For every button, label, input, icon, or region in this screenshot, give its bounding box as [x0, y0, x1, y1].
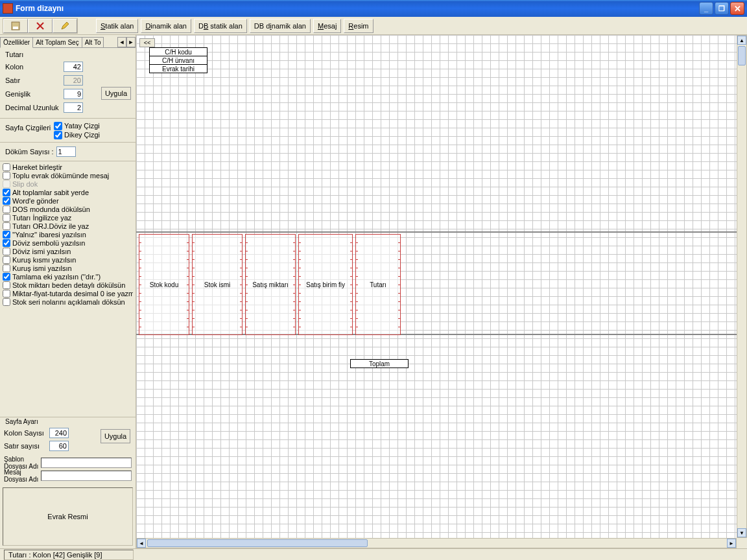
option-13[interactable]: Tamlama eki yazılsın (''dır.'')	[3, 272, 133, 281]
delete-button[interactable]	[28, 19, 53, 33]
option-15[interactable]: Miktar-fiyat-tutarda desimal 0 ise yazm	[3, 289, 133, 298]
col-count-input[interactable]	[49, 428, 69, 438]
vscroll-thumb[interactable]	[738, 46, 746, 65]
scroll-down-icon[interactable]: ▼	[737, 528, 746, 537]
scroll-corner	[737, 538, 747, 548]
detail-column[interactable]: Satış miktarı	[245, 234, 296, 335]
dump-count-section: Döküm Sayısı :	[0, 142, 136, 161]
collapse-button[interactable]: <<	[139, 38, 155, 47]
satir-label: Satır	[5, 76, 64, 84]
minimize-button[interactable]: _	[699, 2, 713, 15]
design-canvas[interactable]: << C/H koduC/H ünvanıEvrak tarihi Stok k…	[136, 35, 737, 538]
dump-count-input[interactable]	[56, 146, 76, 157]
detail-column[interactable]: Satış birim fiy	[298, 234, 353, 335]
horizontal-scrollbar[interactable]: ◄ ►	[136, 538, 737, 548]
scroll-right-icon[interactable]: ►	[727, 539, 736, 548]
image-button[interactable]: Resim	[344, 19, 373, 33]
option-6[interactable]: Tutarı İngilizce yaz	[3, 213, 133, 222]
selected-field-title: Tutarı	[5, 51, 130, 58]
close-button[interactable]: ✕	[730, 2, 744, 15]
option-1[interactable]: Toplu evrak dökümünde mesaj	[3, 171, 133, 180]
titlebar: Form dizaynı _ ❐ ✕	[0, 0, 747, 17]
option-7[interactable]: Tutarı ORJ.Döviz ile yaz	[3, 222, 133, 230]
properties-panel: Tutarı Kolon Satır Genişlik Decimal Uzun…	[0, 48, 136, 118]
row-count-label: Satır sayısı	[4, 442, 49, 450]
page-lines-section: Sayfa Çizgileri Yatay Çizgi Dikey Çizgi	[0, 118, 136, 142]
message-file-label: Mesaj Dosyası Adı	[4, 469, 41, 483]
header-field[interactable]: Evrak tarihi	[149, 64, 208, 73]
option-16[interactable]: Stok seri nolarını açıklamalı döksün	[3, 298, 133, 306]
scroll-up-icon[interactable]: ▲	[737, 36, 746, 45]
option-12[interactable]: Kuruş ismi yazılsın	[3, 264, 133, 272]
option-9[interactable]: Döviz sembolü yazılsın	[3, 239, 133, 247]
option-8[interactable]: ''Yalnız'' ibaresi yazılsın	[3, 230, 133, 239]
vertical-line-check[interactable]: Dikey Çizgi	[54, 130, 100, 139]
tab-subtotal[interactable]: Alt Toplam Seç	[32, 37, 82, 47]
scroll-left-icon[interactable]: ◄	[137, 539, 146, 548]
sidebar-tabs: Özellikler Alt Toplam Seç Alt To ◄ ►	[0, 35, 136, 48]
option-2: Slip dok	[3, 180, 133, 188]
header-field[interactable]: C/H kodu	[149, 47, 208, 56]
detail-column[interactable]: Stok kodu	[139, 234, 189, 335]
save-button[interactable]	[3, 19, 28, 33]
status-text: Tutarı : Kolon [42] Genişlik [9]	[4, 550, 134, 560]
option-0[interactable]: Hareket birleştir	[3, 163, 133, 171]
db-static-button[interactable]: DB statik alan	[194, 19, 247, 33]
detail-column[interactable]: Stok ismi	[192, 234, 243, 335]
decimal-input[interactable]	[64, 102, 83, 113]
col-count-label: Kolon Sayısı	[4, 429, 49, 437]
satir-input	[64, 75, 83, 86]
genislik-input[interactable]	[64, 89, 83, 99]
tab-properties[interactable]: Özellikler	[0, 37, 33, 48]
genislik-label: Genişlik	[5, 90, 64, 98]
document-image-placeholder: Evrak Resmi	[3, 487, 133, 546]
option-11[interactable]: Kuruş kısmı yazılsın	[3, 255, 133, 264]
apply-props-button[interactable]: Uygula	[101, 87, 131, 100]
page-settings-legend: Sayfa Ayarı	[4, 418, 40, 425]
vertical-scrollbar[interactable]: ▲ ▼	[737, 35, 747, 538]
hscroll-thumb[interactable]	[147, 539, 368, 547]
message-button[interactable]: Mesaj	[313, 19, 341, 33]
app-icon	[3, 3, 13, 14]
page-settings: Sayfa Ayarı Kolon Sayısı Satır sayısı Uy…	[0, 417, 136, 454]
detail-column[interactable]: Tutarı	[355, 234, 401, 335]
template-file-label: Şablon Dosyası Adı	[4, 456, 41, 470]
detail-band: Stok koduStok ismiSatış miktarıSatış bir…	[136, 231, 737, 335]
header-field[interactable]: C/H ünvanı	[149, 56, 208, 65]
row-count-input[interactable]	[49, 441, 69, 451]
page-lines-label: Sayfa Çizgileri	[5, 121, 54, 132]
dynamic-field-button[interactable]: Dinamik alan	[141, 19, 191, 33]
toolbar: Statik alan Dinamik alan DB statik alan …	[0, 17, 747, 35]
svg-rect-1	[13, 27, 18, 29]
kolon-input[interactable]	[64, 62, 83, 72]
horizontal-line-check[interactable]: Yatay Çizgi	[54, 121, 100, 130]
message-file-input[interactable]	[41, 471, 132, 481]
header-fields: C/H koduC/H ünvanıEvrak tarihi	[149, 48, 208, 73]
static-field-button[interactable]: Statik alan	[96, 19, 138, 33]
decimal-label: Decimal Uzunluk	[5, 104, 64, 111]
design-canvas-wrap: << C/H koduC/H ünvanıEvrak tarihi Stok k…	[136, 35, 747, 548]
kolon-label: Kolon	[5, 63, 64, 71]
tabs-scroll-left[interactable]: ◄	[117, 37, 126, 47]
apply-page-button[interactable]: Uygula	[101, 429, 130, 443]
tabs-scroll-right[interactable]: ►	[126, 37, 136, 47]
edit-button[interactable]	[53, 19, 77, 33]
option-5[interactable]: DOS modunda dökülsün	[3, 205, 133, 213]
statusbar: Tutarı : Kolon [42] Genişlik [9]	[0, 548, 747, 560]
dump-count-label: Döküm Sayısı :	[5, 148, 54, 156]
option-10[interactable]: Döviz ismi yazılsın	[3, 247, 133, 255]
maximize-button[interactable]: ❐	[715, 2, 729, 15]
option-4[interactable]: Word'e gönder	[3, 196, 133, 205]
tab-extra[interactable]: Alt To	[82, 37, 104, 47]
total-field[interactable]: Toplam	[350, 359, 409, 368]
option-3[interactable]: Alt toplamlar sabit yerde	[3, 188, 133, 196]
option-14[interactable]: Stok miktarı beden detaylı dökülsün	[3, 281, 133, 289]
window-title: Form dizaynı	[16, 4, 699, 13]
db-dynamic-button[interactable]: DB dinamik alan	[250, 19, 311, 33]
file-section: Şablon Dosyası Adı Mesaj Dosyası Adı	[0, 454, 136, 485]
template-file-input[interactable]	[41, 458, 132, 468]
options-list: Hareket birleştirToplu evrak dökümünde m…	[0, 161, 136, 417]
sidebar: Özellikler Alt Toplam Seç Alt To ◄ ► Tut…	[0, 35, 136, 548]
